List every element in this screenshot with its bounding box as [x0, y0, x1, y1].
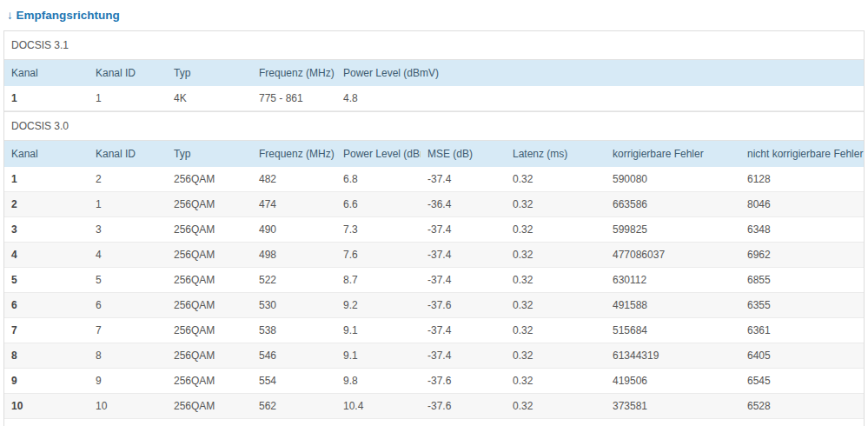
table-cell: 538 — [252, 318, 336, 343]
table-cell: 7 — [4, 318, 89, 343]
table-cell: 6545 — [740, 369, 864, 394]
table-cell: 477086037 — [606, 243, 740, 268]
table-cell: 8 — [89, 343, 167, 369]
column-header: Frequenz (MHz) — [252, 141, 336, 168]
table-cell: 9.2 — [336, 293, 421, 318]
table-cell: 10 — [89, 394, 167, 419]
table-cell: 4K — [167, 86, 252, 111]
table-cell: 546 — [252, 343, 336, 369]
table-cell: 2 — [4, 192, 89, 217]
table-cell: 256QAM — [167, 293, 252, 318]
table-cell: 10.4 — [336, 394, 421, 419]
column-header: Typ — [167, 141, 252, 168]
table-cell: -37.4 — [421, 318, 506, 343]
docsis31-table-body: 114K775 - 8614.8 — [4, 86, 864, 111]
table-cell: 256QAM — [167, 419, 252, 426]
table-cell: 570 — [252, 419, 336, 426]
table-cell: 590080 — [606, 167, 740, 192]
table-cell: 0.32 — [506, 192, 606, 217]
table-cell: 0.32 — [506, 268, 606, 293]
section-title-empfangsrichtung[interactable]: ↓ Empfangsrichtung — [3, 5, 865, 30]
column-header: korrigierbare Fehler — [606, 141, 740, 168]
table-cell: 256QAM — [167, 192, 252, 217]
table-cell: 6962 — [740, 243, 864, 268]
table-cell: 2 — [89, 167, 167, 192]
download-direction-section: ↓ Empfangsrichtung DOCSIS 3.1 KanalKanal… — [0, 0, 868, 426]
column-header: Kanal ID — [89, 141, 167, 168]
table-cell: 3 — [89, 217, 167, 243]
table-cell: 0.32 — [506, 419, 606, 426]
table-cell: 6348 — [740, 217, 864, 243]
table-cell: 0.32 — [506, 293, 606, 318]
column-header: Frequenz (MHz) — [252, 60, 336, 87]
table-cell: 562 — [252, 394, 336, 419]
table-row: 1010256QAM56210.4-37.60.323735816528 — [4, 394, 864, 419]
table-cell: 4 — [4, 243, 89, 268]
table-cell: 0.32 — [506, 243, 606, 268]
table-cell: 256QAM — [167, 343, 252, 369]
channel-info-panel: DOCSIS 3.1 KanalKanal IDTypFrequenz (MHz… — [3, 30, 865, 426]
table-cell: 10.9 — [336, 419, 421, 426]
docsis30-table-body: 12256QAM4826.8-37.40.32590080612821256QA… — [4, 167, 864, 426]
table-cell: -37.4 — [421, 419, 506, 426]
table-cell: 663586 — [606, 192, 740, 217]
table-cell: -36.4 — [421, 192, 506, 217]
table-cell: 775 - 861 — [252, 86, 336, 111]
column-header: nicht korrigierbare Fehler — [740, 141, 864, 168]
table-cell: -37.6 — [421, 394, 506, 419]
table-cell: -37.6 — [421, 369, 506, 394]
table-cell: 4.8 — [336, 86, 864, 111]
column-header: Kanal — [4, 60, 89, 87]
table-cell: 256QAM — [167, 369, 252, 394]
table-cell: 6 — [4, 293, 89, 318]
table-cell: -37.4 — [421, 167, 506, 192]
table-cell: 6405 — [740, 343, 864, 369]
table-cell: 5 — [89, 268, 167, 293]
table-row: 1111256QAM57010.9-37.40.324317206548 — [4, 419, 864, 426]
table-cell: 6548 — [740, 419, 864, 426]
table-cell: 256QAM — [167, 318, 252, 343]
table-cell: 522 — [252, 268, 336, 293]
table-cell: 8 — [4, 343, 89, 369]
table-cell: 9 — [4, 369, 89, 394]
table-row: 99256QAM5549.8-37.60.324195066545 — [4, 369, 864, 394]
table-cell: 256QAM — [167, 217, 252, 243]
table-cell: 0.32 — [506, 318, 606, 343]
table-cell: 11 — [89, 419, 167, 426]
table-cell: 1 — [89, 192, 167, 217]
table-cell: 7.3 — [336, 217, 421, 243]
table-cell: 1 — [4, 167, 89, 192]
table-cell: 6361 — [740, 318, 864, 343]
table-cell: 9.1 — [336, 318, 421, 343]
table-cell: -37.4 — [421, 268, 506, 293]
table-cell: 6128 — [740, 167, 864, 192]
table-cell: 8.7 — [336, 268, 421, 293]
table-cell: 6.8 — [336, 167, 421, 192]
table-cell: 6355 — [740, 293, 864, 318]
table-cell: 630112 — [606, 268, 740, 293]
table-cell: 3 — [4, 217, 89, 243]
table-cell: 0.32 — [506, 343, 606, 369]
table-cell: 6855 — [740, 268, 864, 293]
table-cell: 419506 — [606, 369, 740, 394]
table-cell: 490 — [252, 217, 336, 243]
table-row: 21256QAM4746.6-36.40.326635868046 — [4, 192, 864, 217]
table-cell: 491588 — [606, 293, 740, 318]
docsis31-table-header: KanalKanal IDTypFrequenz (MHz)Power Leve… — [4, 60, 864, 87]
table-cell: 9.8 — [336, 369, 421, 394]
table-cell: 474 — [252, 192, 336, 217]
docsis30-table: KanalKanal IDTypFrequenz (MHz)Power Leve… — [4, 140, 864, 426]
table-cell: 7 — [89, 318, 167, 343]
table-cell: 1 — [4, 86, 89, 111]
table-cell: 10 — [4, 394, 89, 419]
table-cell: 8046 — [740, 192, 864, 217]
table-cell: 5 — [4, 268, 89, 293]
table-row: 88256QAM5469.1-37.40.32613443196405 — [4, 343, 864, 369]
docsis30-table-header: KanalKanal IDTypFrequenz (MHz)Power Leve… — [4, 141, 864, 168]
table-cell: 0.32 — [506, 167, 606, 192]
docsis31-table: KanalKanal IDTypFrequenz (MHz)Power Leve… — [4, 59, 864, 111]
table-cell: 11 — [4, 419, 89, 426]
column-header: MSE (dB) — [421, 141, 506, 168]
table-cell: -37.4 — [421, 217, 506, 243]
column-header: Typ — [167, 60, 252, 87]
